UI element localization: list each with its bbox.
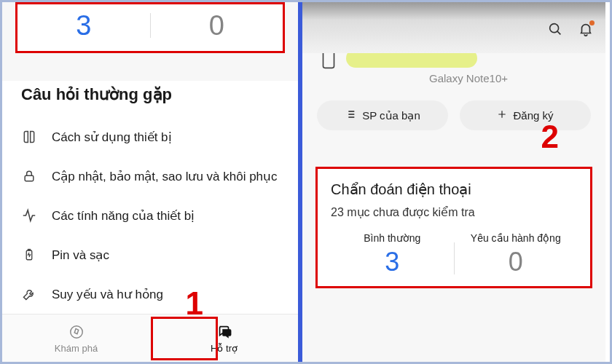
compass-icon bbox=[68, 323, 85, 341]
top-gradient bbox=[302, 2, 605, 53]
lock-icon bbox=[21, 168, 37, 184]
diag-stat-action: Yêu cầu hành động 0 bbox=[455, 232, 578, 277]
stat-action-value: 0 bbox=[151, 7, 283, 44]
faq-item-features[interactable]: Các tính năng của thiết bị bbox=[21, 196, 279, 235]
search-icon[interactable] bbox=[547, 21, 563, 37]
stats-highlight-box: 3 0 bbox=[15, 2, 285, 53]
svg-rect-0 bbox=[25, 175, 34, 181]
faq-item-label: Pin và sạc bbox=[52, 248, 109, 263]
svg-point-3 bbox=[70, 325, 82, 338]
faq-item-damage[interactable]: Suy yếu và hư hỏng bbox=[21, 274, 279, 302]
your-sp-button[interactable]: SP của bạn bbox=[317, 100, 448, 130]
annotation-2: 2 bbox=[541, 119, 559, 155]
left-screenshot: 3 0 Câu hỏi thường gặp Cách sử dụng thiế… bbox=[2, 2, 302, 362]
faq-item-security[interactable]: Cập nhật, bảo mật, sao lưu và khôi phục bbox=[21, 157, 279, 196]
diag-normal-value: 3 bbox=[385, 247, 399, 277]
diag-title: Chẩn đoán điện thoại bbox=[331, 181, 577, 198]
diag-action-label: Yêu cầu hành động bbox=[471, 232, 561, 244]
right-screenshot: Galaxy Note10+ SP của bạn Đăng ký 2 Chẩn… bbox=[302, 2, 605, 362]
battery-icon bbox=[21, 247, 37, 263]
faq-item-label: Các tính năng của thiết bị bbox=[52, 208, 195, 223]
device-model: Galaxy Note10+ bbox=[332, 72, 605, 84]
register-button[interactable]: Đăng ký bbox=[460, 100, 591, 130]
faq-item-label: Cách sử dụng thiết bị bbox=[52, 130, 172, 145]
plus-icon bbox=[497, 109, 507, 122]
your-sp-label: SP của bạn bbox=[362, 109, 420, 122]
svg-rect-2 bbox=[28, 250, 31, 251]
stat-normal-value: 3 bbox=[17, 7, 150, 44]
diag-normal-label: Bình thường bbox=[364, 232, 420, 244]
book-icon bbox=[21, 129, 37, 145]
faq-section: Câu hỏi thường gặp Cách sử dụng thiết bị… bbox=[2, 81, 298, 328]
nav-explore-label: Khám phá bbox=[55, 343, 98, 354]
bell-icon[interactable] bbox=[578, 21, 594, 37]
diag-action-value: 0 bbox=[509, 247, 523, 277]
nav-highlight-box bbox=[151, 317, 218, 360]
activity-icon bbox=[21, 207, 37, 223]
pill-row: SP của bạn Đăng ký bbox=[302, 84, 605, 138]
list-icon bbox=[345, 108, 356, 122]
diag-stat-normal: Bình thường 3 bbox=[331, 232, 454, 277]
faq-item-usage[interactable]: Cách sử dụng thiết bị bbox=[21, 117, 279, 157]
svg-point-4 bbox=[550, 24, 559, 33]
diagnostics-highlight-box[interactable]: Chẩn đoán điện thoại 23 mục chưa được ki… bbox=[315, 167, 592, 288]
chat-icon bbox=[216, 323, 233, 341]
faq-item-battery[interactable]: Pin và sạc bbox=[21, 235, 279, 274]
annotation-1: 1 bbox=[186, 285, 203, 322]
bottom-nav: Khám phá Hỗ trợ bbox=[2, 314, 298, 362]
nav-explore[interactable]: Khám phá bbox=[2, 314, 150, 362]
diag-subtitle: 23 mục chưa được kiểm tra bbox=[331, 205, 577, 219]
faq-title: Câu hỏi thường gặp bbox=[21, 81, 279, 117]
notification-dot-icon bbox=[589, 20, 595, 25]
wrench-icon bbox=[21, 286, 37, 302]
faq-item-label: Suy yếu và hư hỏng bbox=[52, 287, 163, 302]
faq-item-label: Cập nhật, bảo mật, sao lưu và khôi phục bbox=[52, 169, 278, 184]
diag-stats: Bình thường 3 Yêu cầu hành động 0 bbox=[331, 232, 577, 277]
